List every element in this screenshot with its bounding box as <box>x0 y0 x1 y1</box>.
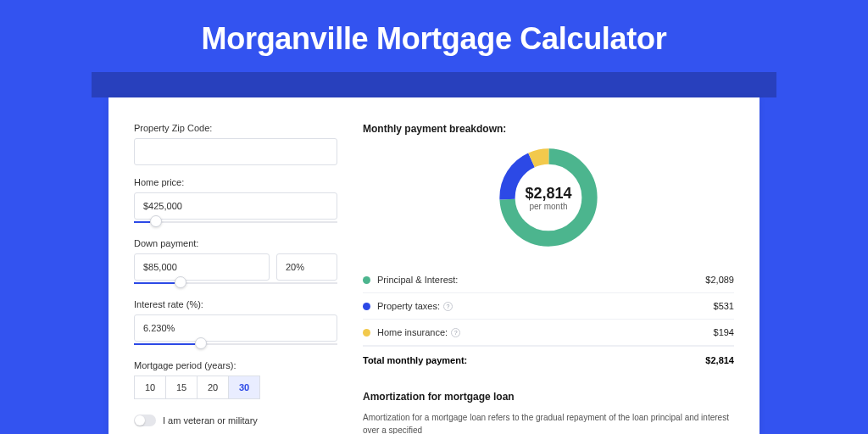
down-payment-label: Down payment: <box>134 238 337 248</box>
donut-chart: $2,814 per month <box>494 143 603 252</box>
breakdown-title: Monthly payment breakdown: <box>363 123 734 135</box>
legend-row-taxes: Property taxes: ? $531 <box>363 293 734 320</box>
slider-fill <box>134 343 195 345</box>
interest-rate-slider[interactable] <box>134 340 337 348</box>
slider-fill <box>134 221 150 223</box>
calculator-card: Property Zip Code: Home price: Down paym… <box>108 97 760 434</box>
period-option-10[interactable]: 10 <box>134 376 166 399</box>
interest-rate-group: Interest rate (%): <box>134 299 337 348</box>
breakdown-legend: Principal & Interest: $2,089 Property ta… <box>363 267 734 374</box>
interest-rate-input[interactable] <box>134 314 337 342</box>
form-column: Property Zip Code: Home price: Down paym… <box>134 123 337 434</box>
legend-label: Property taxes: ? <box>377 301 714 311</box>
down-payment-pct-input[interactable] <box>276 253 337 281</box>
period-option-30[interactable]: 30 <box>228 376 260 399</box>
zip-field-group: Property Zip Code: <box>134 123 337 165</box>
zip-input[interactable] <box>134 138 337 165</box>
veteran-toggle-label: I am veteran or military <box>163 415 258 426</box>
veteran-toggle[interactable] <box>134 415 156 426</box>
home-price-label: Home price: <box>134 177 337 187</box>
page-title: Morganville Mortgage Calculator <box>0 0 868 72</box>
amortization-title: Amortization for mortgage loan <box>363 391 734 403</box>
info-icon[interactable]: ? <box>443 302 453 311</box>
legend-row-insurance: Home insurance: ? $194 <box>363 320 734 346</box>
down-payment-group: Down payment: <box>134 238 337 287</box>
info-icon[interactable]: ? <box>451 328 460 337</box>
legend-dot-icon <box>363 329 370 337</box>
zip-label: Property Zip Code: <box>134 123 337 133</box>
legend-value: $531 <box>714 301 734 311</box>
slider-thumb[interactable] <box>175 276 186 288</box>
accent-bar <box>92 72 776 97</box>
total-value: $2,814 <box>705 355 734 365</box>
legend-label: Home insurance: ? <box>377 327 714 337</box>
home-price-group: Home price: <box>134 177 337 226</box>
slider-thumb[interactable] <box>150 215 162 227</box>
donut-wrap: $2,814 per month <box>363 143 734 252</box>
amortization-section: Amortization for mortgage loan Amortizat… <box>363 391 734 434</box>
slider-thumb[interactable] <box>195 337 207 349</box>
toggle-knob <box>135 415 145 426</box>
home-price-input[interactable] <box>134 192 337 220</box>
legend-dot-icon <box>363 303 370 310</box>
legend-row-principal: Principal & Interest: $2,089 <box>363 267 734 293</box>
donut-value: $2,814 <box>525 185 571 203</box>
interest-rate-label: Interest rate (%): <box>134 299 337 309</box>
period-option-20[interactable]: 20 <box>197 376 229 399</box>
legend-label: Principal & Interest: <box>377 275 705 285</box>
donut-subtitle: per month <box>525 202 571 211</box>
legend-dot-icon <box>363 276 370 284</box>
down-payment-input[interactable] <box>134 253 270 281</box>
period-label: Mortgage period (years): <box>134 360 337 370</box>
home-price-slider[interactable] <box>134 218 337 226</box>
period-option-15[interactable]: 15 <box>165 376 198 399</box>
legend-value: $194 <box>714 327 734 337</box>
slider-fill <box>134 282 175 284</box>
total-row: Total monthly payment: $2,814 <box>363 346 734 374</box>
donut-center: $2,814 per month <box>525 185 571 211</box>
period-group: Mortgage period (years): 10 15 20 30 <box>134 360 337 399</box>
amortization-text: Amortization for a mortgage loan refers … <box>363 411 734 434</box>
breakdown-column: Monthly payment breakdown: $2,814 per mo… <box>363 123 734 434</box>
down-payment-slider[interactable] <box>134 279 337 287</box>
veteran-toggle-row: I am veteran or military <box>134 415 337 426</box>
period-segments: 10 15 20 30 <box>134 376 337 399</box>
total-label: Total monthly payment: <box>363 355 467 365</box>
legend-value: $2,089 <box>705 275 734 285</box>
